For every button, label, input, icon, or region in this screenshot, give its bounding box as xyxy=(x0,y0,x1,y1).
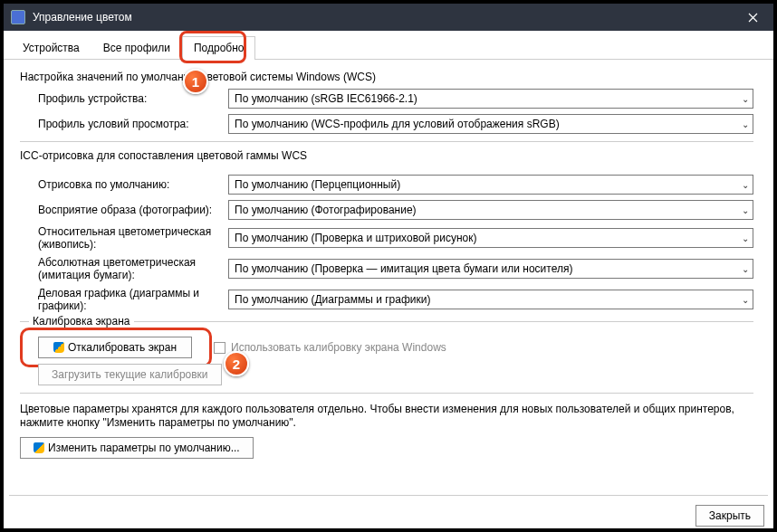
perceptual-value: По умолчанию (Фотографирование) xyxy=(235,204,417,216)
app-icon xyxy=(11,10,25,24)
tab-all-profiles[interactable]: Все профили xyxy=(91,36,182,59)
tab-devices[interactable]: Устройства xyxy=(11,36,91,59)
business-label: Деловая графика (диаграммы и графики): xyxy=(38,287,228,312)
reload-btn-label: Загрузить текущие калибровки xyxy=(52,368,208,381)
calibrate-btn-label: Откалибровать экран xyxy=(68,341,177,354)
tab-advanced-label: Подробно xyxy=(194,42,245,54)
row-business: Деловая графика (диаграммы и графики): П… xyxy=(38,287,753,312)
icc-section-title: ICC-отрисовка для сопоставления цветовой… xyxy=(20,149,753,162)
window-title: Управление цветом xyxy=(33,11,132,24)
perceptual-label: Восприятие образа (фотографии): xyxy=(38,204,228,216)
abs-color-value: По умолчанию (Проверка — имитация цвета … xyxy=(235,262,572,275)
info-text: Цветовые параметры хранятся для каждого … xyxy=(20,403,753,430)
device-profile-combo[interactable]: По умолчанию (sRGB IEC61966-2.1) ⌄ xyxy=(228,89,753,109)
chevron-down-icon: ⌄ xyxy=(742,295,749,305)
perceptual-combo[interactable]: По умолчанию (Фотографирование) ⌄ xyxy=(228,200,753,220)
separator xyxy=(20,141,753,142)
use-windows-calibration-checkbox[interactable]: Использовать калибровку экрана Windows xyxy=(214,341,446,354)
device-profile-value: По умолчанию (sRGB IEC61966-2.1) xyxy=(235,92,417,105)
close-btn-label: Закрыть xyxy=(709,509,751,522)
rel-color-value: По умолчанию (Проверка и штриховой рисун… xyxy=(235,232,477,244)
calibrate-screen-button[interactable]: Откалибровать экран xyxy=(38,337,192,358)
viewing-profile-label: Профиль условий просмотра: xyxy=(38,118,228,130)
row-device-profile: Профиль устройства: По умолчанию (sRGB I… xyxy=(38,89,753,109)
abs-color-label: Абсолютная цветометрическая (имитация бу… xyxy=(38,256,228,281)
calibration-row: Откалибровать экран Использовать калибро… xyxy=(38,337,753,358)
reload-calibrations-button: Загрузить текущие калибровки xyxy=(38,364,222,385)
rel-color-label: Относительная цветометрическая (живопись… xyxy=(38,225,228,251)
shield-icon xyxy=(53,342,64,353)
row-viewing-profile: Профиль условий просмотра: По умолчанию … xyxy=(38,114,753,134)
separator xyxy=(20,393,753,394)
annotation-marker-2: 2 xyxy=(224,351,249,376)
row-default-render: Отрисовка по умолчанию: По умолчанию (Пе… xyxy=(38,175,753,195)
close-icon xyxy=(748,13,758,23)
annotation-marker-1: 1 xyxy=(183,69,208,94)
bottom-separator xyxy=(9,495,768,496)
chevron-down-icon: ⌄ xyxy=(742,264,749,274)
chevron-down-icon: ⌄ xyxy=(742,205,749,215)
abs-color-combo[interactable]: По умолчанию (Проверка — имитация цвета … xyxy=(228,259,753,279)
default-render-value: По умолчанию (Перцепционный) xyxy=(235,178,400,191)
checkbox-box xyxy=(214,342,225,354)
content-area: Настройка значений по умолчанию цветовой… xyxy=(4,60,773,466)
viewing-profile-combo[interactable]: По умолчанию (WCS-профиль для условий от… xyxy=(228,114,753,134)
chevron-down-icon: ⌄ xyxy=(742,233,749,243)
tab-bar: Устройства Все профили Подробно xyxy=(4,33,773,60)
change-defaults-label: Изменить параметры по умолчанию... xyxy=(48,442,240,454)
change-defaults-button[interactable]: Изменить параметры по умолчанию... xyxy=(20,437,254,459)
titlebar: Управление цветом xyxy=(4,4,773,31)
default-render-label: Отрисовка по умолчанию: xyxy=(38,178,228,191)
default-render-combo[interactable]: По умолчанию (Перцепционный) ⌄ xyxy=(228,175,753,195)
row-abs-color: Абсолютная цветометрическая (имитация бу… xyxy=(38,256,753,281)
use-windows-cal-label: Использовать калибровку экрана Windows xyxy=(231,341,446,354)
business-combo[interactable]: По умолчанию (Диаграммы и графики) ⌄ xyxy=(228,290,753,309)
chevron-down-icon: ⌄ xyxy=(742,119,749,129)
calibration-legend: Калибровка экрана xyxy=(29,315,134,328)
shield-icon xyxy=(34,442,44,453)
reload-row: Загрузить текущие калибровки xyxy=(38,364,753,385)
viewing-profile-value: По умолчанию (WCS-профиль для условий от… xyxy=(235,118,560,130)
tab-advanced[interactable]: Подробно xyxy=(182,36,256,60)
business-value: По умолчанию (Диаграммы и графики) xyxy=(235,293,430,306)
rel-color-combo[interactable]: По умолчанию (Проверка и штриховой рисун… xyxy=(228,228,753,248)
close-window-button[interactable] xyxy=(732,4,773,31)
calibration-fieldset: Калибровка экрана xyxy=(20,321,753,322)
wcs-group-title: Настройка значений по умолчанию цветовой… xyxy=(20,71,753,83)
close-button[interactable]: Закрыть xyxy=(695,505,764,527)
device-profile-label: Профиль устройства: xyxy=(38,92,228,105)
chevron-down-icon: ⌄ xyxy=(742,180,749,190)
row-rel-color: Относительная цветометрическая (живопись… xyxy=(38,225,753,251)
chevron-down-icon: ⌄ xyxy=(742,94,749,104)
row-perceptual: Восприятие образа (фотографии): По умолч… xyxy=(38,200,753,220)
bottom-bar: Закрыть xyxy=(695,505,764,527)
